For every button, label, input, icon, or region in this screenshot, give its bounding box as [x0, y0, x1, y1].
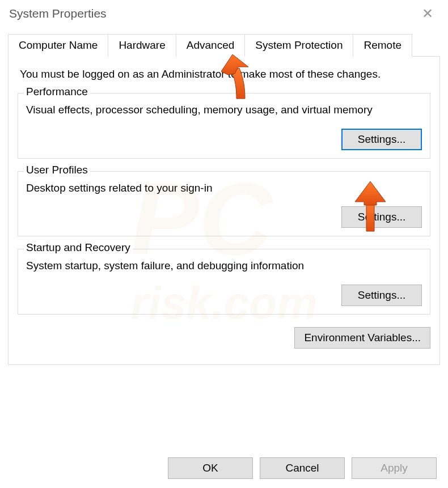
tab-remote[interactable]: Remote: [353, 34, 412, 57]
intro-text: You must be logged on as an Administrato…: [18, 68, 430, 80]
tab-advanced[interactable]: Advanced: [176, 34, 246, 57]
tab-content-advanced: You must be logged on as an Administrato…: [8, 57, 440, 365]
group-user-profiles-legend: User Profiles: [24, 164, 90, 176]
group-user-profiles: User Profiles Desktop settings related t…: [18, 171, 430, 237]
environment-variables-button[interactable]: Environment Variables...: [294, 327, 430, 349]
cancel-button[interactable]: Cancel: [260, 457, 345, 479]
group-startup-recovery-legend: Startup and Recovery: [24, 241, 133, 254]
tab-hardware[interactable]: Hardware: [108, 34, 176, 57]
tab-system-protection[interactable]: System Protection: [245, 34, 353, 57]
group-user-profiles-desc: Desktop settings related to your sign-in: [26, 181, 422, 196]
tabs-row: Computer Name Hardware Advanced System P…: [8, 34, 440, 57]
group-performance-desc: Visual effects, processor scheduling, me…: [26, 103, 422, 117]
startup-recovery-settings-button[interactable]: Settings...: [341, 285, 422, 306]
group-startup-recovery-desc: System startup, system failure, and debu…: [26, 258, 422, 273]
user-profiles-settings-button[interactable]: Settings...: [341, 206, 422, 228]
performance-settings-button[interactable]: Settings...: [341, 129, 422, 150]
group-startup-recovery: Startup and Recovery System startup, sys…: [18, 249, 430, 315]
window-title: System Properties: [9, 7, 107, 20]
apply-button[interactable]: Apply: [352, 457, 437, 479]
group-performance-legend: Performance: [24, 86, 90, 98]
close-icon[interactable]: ✕: [416, 6, 439, 22]
group-performance: Performance Visual effects, processor sc…: [18, 93, 430, 159]
dialog-buttons: OK Cancel Apply: [168, 457, 437, 479]
ok-button[interactable]: OK: [168, 457, 253, 479]
title-bar: System Properties ✕: [0, 0, 448, 27]
tab-computer-name[interactable]: Computer Name: [8, 34, 108, 57]
